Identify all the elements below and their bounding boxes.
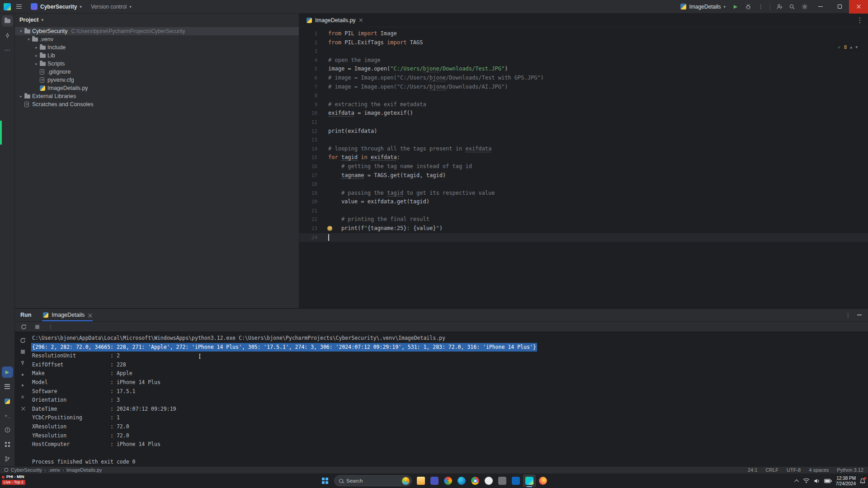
- status-interpreter[interactable]: Python 3.12: [837, 467, 863, 473]
- console-line-text: HostComputer : iPhone 14 Plus: [32, 441, 160, 447]
- tray-expand-chevron-icon[interactable]: [794, 479, 799, 484]
- inspections-widget[interactable]: ✓ 8 ▲ ▼: [835, 43, 861, 51]
- minimize-button[interactable]: [811, 0, 830, 14]
- firefox-icon[interactable]: [537, 474, 549, 487]
- notification-center-button[interactable]: [860, 478, 865, 484]
- code-token: bjone: [429, 75, 446, 81]
- code-line: 14# looping through all the tags present…: [299, 145, 868, 154]
- stop-button[interactable]: [33, 323, 41, 330]
- intention-bulb-icon[interactable]: [327, 226, 332, 231]
- chevron-right-icon[interactable]: ▸: [18, 94, 24, 99]
- settings-button[interactable]: [798, 1, 811, 12]
- outlook-icon[interactable]: [509, 474, 522, 487]
- run-console[interactable]: IC:\Users\bjone\AppData\Local\Microsoft\…: [30, 332, 868, 466]
- chatgpt-icon[interactable]: [482, 474, 495, 487]
- chevron-down-icon[interactable]: ▾: [18, 29, 24, 33]
- console-clear-button[interactable]: [19, 404, 27, 412]
- code-line: 22 # printing the final result: [299, 215, 868, 224]
- tree-item-external-libraries[interactable]: ▸External Libraries: [15, 92, 299, 100]
- folder-icon: [5, 19, 10, 23]
- close-button[interactable]: [849, 0, 868, 14]
- console-pin-button[interactable]: [19, 359, 27, 366]
- status-line-ending[interactable]: CRLF: [765, 467, 778, 473]
- chevron-down-icon[interactable]: ▾: [41, 18, 43, 22]
- run-tab-imagedetails[interactable]: ImageDetails: [38, 309, 96, 321]
- search-everywhere-button[interactable]: [786, 1, 798, 12]
- console-scroll-down-button[interactable]: ▼: [19, 382, 27, 389]
- chevron-right-icon[interactable]: ▸: [33, 53, 40, 58]
- line-number: 12: [299, 127, 325, 136]
- chevron-right-icon[interactable]: ▸: [33, 61, 40, 66]
- chevron-right-icon[interactable]: ▸: [33, 45, 40, 50]
- battery-icon[interactable]: [824, 479, 832, 483]
- tree-item-scripts[interactable]: ▸Scripts: [15, 60, 299, 68]
- tree-item-lib[interactable]: ▸Lib: [15, 52, 299, 60]
- tree-item-gitignore[interactable]: .gitignore: [15, 68, 299, 76]
- debug-button[interactable]: [742, 1, 755, 12]
- tree-item-venv[interactable]: ▾.venv: [15, 35, 299, 43]
- tree-item-imagedetails-py[interactable]: ImageDetails.py: [15, 84, 299, 92]
- console-rerun-button[interactable]: [19, 337, 27, 344]
- close-run-tab-icon[interactable]: [88, 313, 92, 317]
- editor-options-kebab-icon[interactable]: ⋮: [856, 16, 863, 24]
- file-explorer-icon[interactable]: [415, 474, 427, 487]
- pycharm-icon[interactable]: [523, 474, 536, 487]
- tool-strip-run-button[interactable]: ▶: [2, 366, 13, 378]
- run-panel-options-kebab-icon[interactable]: ⋮: [845, 312, 851, 319]
- tool-strip-project-button[interactable]: [2, 15, 13, 27]
- editor-tab-imagedetails[interactable]: ImageDetails.py: [302, 14, 368, 27]
- title-bar: CyberSecurity ▾ Version control ▾ ImageD…: [0, 0, 868, 14]
- taskbar-search[interactable]: Search: [334, 475, 412, 486]
- start-button[interactable]: [319, 474, 331, 487]
- tool-strip-more-button[interactable]: ⋯: [2, 44, 13, 56]
- tree-item-cybersecurity[interactable]: ▾CyberSecurityC:\Users\bjone\PycharmProj…: [15, 27, 299, 35]
- hide-tool-window-icon[interactable]: [857, 314, 862, 315]
- status-indent[interactable]: 4 spaces: [809, 467, 829, 473]
- clock-date: 7/24/2024: [836, 481, 856, 487]
- chrome-icon[interactable]: [469, 474, 481, 487]
- volume-icon[interactable]: [814, 479, 820, 483]
- vcs-widget[interactable]: Version control ▾: [87, 2, 135, 11]
- prev-problem-button[interactable]: ▲: [850, 45, 852, 49]
- more-actions-button[interactable]: ⋮: [755, 1, 767, 12]
- status-encoding[interactable]: UTF-8: [787, 467, 801, 473]
- run-button[interactable]: ▶: [729, 1, 742, 12]
- breadcrumb-venv[interactable]: .venv: [48, 467, 60, 473]
- tool-strip-services-button[interactable]: [2, 439, 13, 450]
- status-caret-position[interactable]: 24:1: [748, 467, 757, 473]
- tool-window-widget-icon[interactable]: [5, 468, 8, 472]
- tree-item-pyvenv-cfg[interactable]: pyvenv.cfg: [15, 76, 299, 84]
- maximize-button[interactable]: [830, 0, 849, 14]
- breadcrumb-separator: ›: [62, 467, 64, 473]
- phone-link-icon[interactable]: [496, 474, 509, 487]
- tool-strip-version-control-button[interactable]: [2, 453, 13, 465]
- code-with-me-button[interactable]: [773, 1, 786, 12]
- rerun-button[interactable]: [19, 323, 28, 330]
- photos-icon[interactable]: [442, 474, 454, 487]
- tree-item-include[interactable]: ▸Include: [15, 43, 299, 52]
- edge-icon[interactable]: [455, 474, 468, 487]
- breadcrumb-cybersecurity[interactable]: CyberSecurity: [11, 467, 42, 473]
- close-tab-icon[interactable]: [359, 18, 363, 22]
- taskbar-clock[interactable]: 12:38 PM 7/24/2024: [836, 476, 856, 486]
- tool-strip-python-console-button[interactable]: [2, 395, 13, 407]
- project-widget[interactable]: CyberSecurity ▾: [27, 2, 85, 11]
- tool-strip-problems-button[interactable]: [2, 424, 13, 436]
- run-config-selector[interactable]: ImageDetails ▾: [677, 2, 729, 11]
- chevron-down-icon[interactable]: ▾: [25, 37, 32, 42]
- console-soft-wrap-button[interactable]: ≡: [19, 393, 27, 400]
- teams-icon[interactable]: [428, 474, 441, 487]
- wifi-icon[interactable]: [803, 479, 810, 483]
- code-editor[interactable]: 1from PIL import Image2from PIL.ExifTags…: [299, 27, 868, 308]
- more-button[interactable]: ⋮: [47, 323, 55, 330]
- tool-strip-commit-button[interactable]: [2, 30, 13, 41]
- next-problem-button[interactable]: ▼: [855, 45, 858, 49]
- main-menu-button[interactable]: [13, 1, 25, 12]
- tree-item-scratches-and-consoles[interactable]: Scratches and Consoles: [15, 100, 299, 108]
- console-stop-button[interactable]: [19, 348, 27, 355]
- tool-strip-terminal-button[interactable]: >_: [2, 410, 13, 421]
- console-line-text: YResolution : 72.0: [32, 432, 129, 439]
- console-scroll-up-button[interactable]: ▲: [19, 371, 27, 378]
- tool-strip-python-packages-button[interactable]: [2, 381, 13, 392]
- breadcrumb-imagedetails-py[interactable]: ImageDetails.py: [66, 467, 102, 473]
